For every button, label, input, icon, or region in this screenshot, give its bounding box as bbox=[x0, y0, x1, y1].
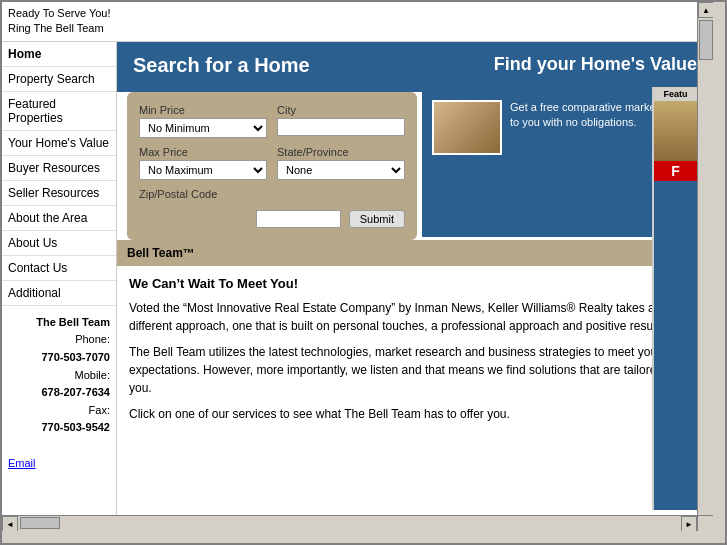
sidebar-item-contact-us[interactable]: Contact Us bbox=[2, 256, 116, 281]
min-price-label: Min Price bbox=[139, 104, 267, 116]
sidebar-contact: The Bell Team Phone: 770-503-7070 Mobile… bbox=[2, 306, 116, 480]
sidebar-item-property-search[interactable]: Property Search bbox=[2, 67, 116, 92]
body-text: We Can’t Wait To Meet You! Voted the “Mo… bbox=[117, 266, 713, 440]
sidebar-item-additional[interactable]: Additional bbox=[2, 281, 116, 306]
bell-team-text: Bell Team™ bbox=[127, 246, 195, 260]
sidebar-item-about-us[interactable]: About Us bbox=[2, 231, 116, 256]
min-price-select[interactable]: No Minimum $50,000 $100,000 $200,000 bbox=[139, 118, 267, 138]
state-field: State/Province None GA FL bbox=[277, 146, 405, 180]
body-paragraph2: The Bell Team utilizes the latest techno… bbox=[129, 343, 701, 397]
phone-label: Phone: bbox=[8, 331, 110, 349]
featured-panel-red: F bbox=[654, 161, 697, 181]
max-price-select[interactable]: No Maximum $200,000 $500,000 $1,000,000 bbox=[139, 160, 267, 180]
scrollbar-thumb-v[interactable] bbox=[699, 20, 713, 60]
search-title: Search for a Home bbox=[117, 42, 415, 92]
city-field: City bbox=[277, 104, 405, 138]
scrollbar-track-v[interactable] bbox=[698, 18, 713, 515]
scroll-left-button[interactable]: ◄ bbox=[2, 516, 18, 531]
min-price-field: Min Price No Minimum $50,000 $100,000 $2… bbox=[139, 104, 267, 138]
phone-number: 770-503-7070 bbox=[8, 349, 110, 367]
fax-label: Fax: bbox=[8, 402, 110, 420]
scrollbar-thumb-h[interactable] bbox=[20, 517, 60, 529]
top-bar: Ready To Serve You! Ring The Bell Team bbox=[2, 2, 713, 42]
sidebar: Home Property Search Featured Properties… bbox=[2, 42, 117, 526]
sidebar-item-buyer-resources[interactable]: Buyer Resources bbox=[2, 156, 116, 181]
max-price-field: Max Price No Maximum $200,000 $500,000 $… bbox=[139, 146, 267, 180]
featured-panel: Featu F bbox=[652, 87, 697, 510]
scrollbar-corner bbox=[697, 515, 713, 531]
sidebar-item-your-homes-value[interactable]: Your Home's Value bbox=[2, 131, 116, 156]
header-band: Search for a Home Find your Home's Value bbox=[117, 42, 713, 92]
featured-panel-title: Featu bbox=[654, 87, 697, 101]
zip-input[interactable] bbox=[256, 210, 341, 228]
state-label: State/Province bbox=[277, 146, 405, 158]
scroll-right-button[interactable]: ► bbox=[681, 516, 697, 531]
submit-button[interactable]: Submit bbox=[349, 210, 405, 228]
featured-panel-image bbox=[654, 101, 697, 161]
scroll-up-button[interactable]: ▲ bbox=[698, 2, 713, 18]
mobile-label: Mobile: bbox=[8, 367, 110, 385]
search-box: Min Price No Minimum $50,000 $100,000 $2… bbox=[127, 92, 417, 240]
team-name: The Bell Team bbox=[8, 314, 110, 332]
home-value-title: Find your Home's Value bbox=[415, 42, 713, 92]
vertical-scrollbar: ▲ ▼ bbox=[697, 2, 713, 531]
sidebar-item-home[interactable]: Home bbox=[2, 42, 116, 67]
sidebar-item-about-the-area[interactable]: About the Area bbox=[2, 206, 116, 231]
mid-section: Min Price No Minimum $50,000 $100,000 $2… bbox=[117, 92, 713, 240]
body-paragraph3: Click on one of our services to see what… bbox=[129, 405, 701, 423]
mobile-number: 678-207-7634 bbox=[8, 384, 110, 402]
featured-panel-f: F bbox=[671, 163, 680, 179]
fax-number: 770-503-9542 bbox=[8, 419, 110, 437]
body-headline: We Can’t Wait To Meet You! bbox=[129, 274, 701, 294]
email-link[interactable]: Email bbox=[8, 457, 36, 469]
scroll-right-icon: ► bbox=[685, 520, 693, 529]
sidebar-item-featured-properties[interactable]: Featured Properties bbox=[2, 92, 116, 131]
title-line1: Ready To Serve You! bbox=[8, 6, 707, 21]
scroll-left-icon: ◄ bbox=[6, 520, 14, 529]
content-area: Search for a Home Find your Home's Value… bbox=[117, 42, 713, 526]
home-value-image bbox=[432, 100, 502, 155]
body-paragraph1: Voted the “Most Innovative Real Estate C… bbox=[129, 299, 701, 335]
zip-field: Zip/Postal Code bbox=[139, 188, 405, 202]
zip-label: Zip/Postal Code bbox=[139, 188, 405, 200]
sidebar-item-seller-resources[interactable]: Seller Resources bbox=[2, 181, 116, 206]
scroll-up-icon: ▲ bbox=[702, 6, 710, 15]
scrollbar-track-h[interactable] bbox=[18, 516, 681, 531]
max-price-label: Max Price bbox=[139, 146, 267, 158]
search-form-area: Min Price No Minimum $50,000 $100,000 $2… bbox=[117, 92, 422, 240]
bell-team-band: Bell Team™ bbox=[117, 240, 713, 266]
horizontal-scrollbar: ◄ ► bbox=[2, 515, 697, 531]
city-label: City bbox=[277, 104, 405, 116]
city-input[interactable] bbox=[277, 118, 405, 136]
state-select[interactable]: None GA FL bbox=[277, 160, 405, 180]
title-line2: Ring The Bell Team bbox=[8, 21, 707, 36]
sidebar-nav: Home Property Search Featured Properties… bbox=[2, 42, 116, 306]
